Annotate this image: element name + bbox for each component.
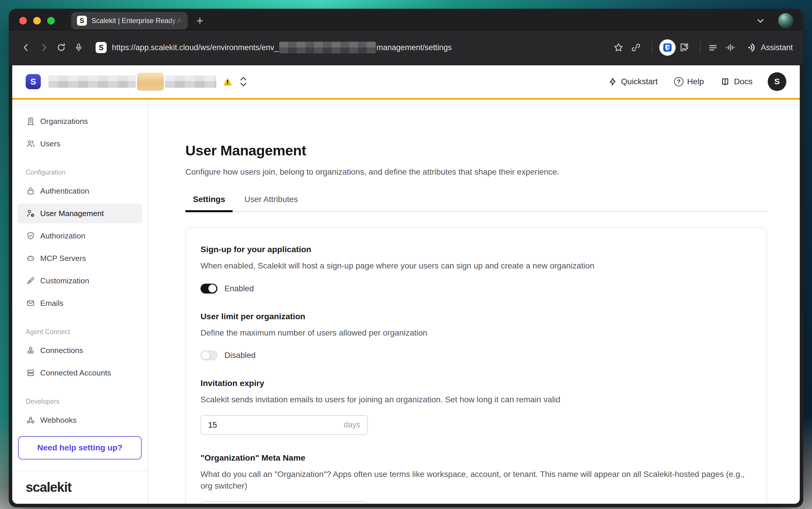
bookmark-star-icon[interactable] [611,40,626,55]
sidebar-item-label: MCP Servers [40,254,86,263]
sidebar-item-webhooks[interactable]: Webhooks [17,410,142,430]
sidebar-item-connected-accounts[interactable]: Connected Accounts [17,363,142,383]
toolbar-separator [652,41,652,54]
sidebar-item-organizations[interactable]: Organizations [17,111,142,131]
section-signup: Sign-up for your application When enable… [201,245,752,294]
section-description: What do you call an "Organization"? Apps… [201,469,752,492]
sidebar-item-label: Emails [40,299,64,308]
url-prefix: https://app.scalekit.cloud/ws/environmen… [112,43,279,52]
sidebar-item-authentication[interactable]: Authentication [17,181,142,201]
section-user-limit: User limit per organization Define the m… [201,312,752,361]
tab-bar: Settings User Attributes [185,195,767,212]
environment-name-redacted [165,75,216,88]
site-favicon: S [96,42,107,53]
section-description: Define the maximum number of users allow… [201,327,752,339]
tab-favicon: S [77,16,87,26]
cubes-icon [26,345,36,355]
url-suffix: management/settings [377,43,452,52]
server-stack-icon [26,368,36,378]
bitwarden-extension-icon[interactable] [659,39,676,56]
close-window-button[interactable] [19,17,27,25]
sidebar-group-developers: Developers [26,398,143,406]
extensions-puzzle-icon[interactable] [677,40,691,55]
section-org-meta-name: "Organization" Meta Name What do you cal… [201,453,752,504]
sidebar-item-label: User Management [40,209,104,218]
workspace-switcher-chevrons[interactable] [239,76,248,88]
browser-tab-bar: S Scalekit | Enterprise Ready A + [9,9,803,30]
section-description: Scalekit sends invitation emails to user… [201,394,752,406]
sidebar-item-emails[interactable]: Emails [17,293,142,313]
settings-card: Sign-up for your application When enable… [185,227,767,504]
sidebar-item-connections[interactable]: Connections [17,340,142,360]
section-title: Sign-up for your application [201,245,752,254]
minimize-window-button[interactable] [33,17,41,25]
paintbrush-icon [26,276,36,286]
toolbar-separator [700,41,701,54]
webhook-icon [26,415,36,425]
app-header: S Quickstart ? [12,65,800,100]
main-content: User Management Configure how users join… [148,100,800,504]
desktop-wallpaper: S Scalekit | Enterprise Ready A + [0,0,812,509]
sidebar-item-label: Connections [40,346,83,355]
warning-triangle-icon [222,76,233,87]
tab-title-fade [167,12,188,29]
sidebar-item-customization[interactable]: Customization [17,271,142,291]
invitation-expiry-input[interactable] [208,420,344,430]
url-address[interactable]: https://app.scalekit.cloud/ws/environmen… [112,42,452,53]
sidebar-group-agent-connect: Agent Connect [26,328,143,336]
environment-badge-redacted [137,73,164,91]
voice-waveform-icon[interactable] [723,40,737,55]
browser-profile-avatar[interactable] [778,13,793,28]
browser-window: S Scalekit | Enterprise Ready A + [9,9,803,507]
sidebar-item-label: Authorization [40,232,85,240]
help-label: Help [687,77,704,86]
lock-icon [26,186,36,196]
user-limit-toggle[interactable] [201,350,217,360]
sidebar-item-label: Webhooks [40,416,77,425]
docs-label: Docs [734,77,752,86]
workspace-switcher[interactable] [48,73,216,91]
lightning-icon [608,77,617,86]
scalekit-wordmark: scalekit [26,480,71,495]
reload-icon[interactable] [54,40,68,55]
shield-check-icon [26,231,36,241]
sidebar-item-user-management[interactable]: User Management [17,203,142,223]
browser-tab[interactable]: S Scalekit | Enterprise Ready A [71,12,188,29]
user-gear-icon [26,208,36,218]
forward-icon[interactable] [37,40,51,55]
sidebar-item-users[interactable]: Users [17,134,142,154]
section-title: User limit per organization [201,312,752,321]
tab-settings[interactable]: Settings [185,195,233,211]
microphone-icon[interactable] [72,40,86,55]
users-icon [26,139,36,149]
need-help-button[interactable]: Need help setting up? [18,436,142,460]
assistant-button[interactable]: Assistant [745,42,793,53]
robot-icon [26,253,36,263]
section-title: Invitation expiry [201,378,752,388]
back-icon[interactable] [19,40,33,55]
quickstart-link[interactable]: Quickstart [608,77,658,86]
sidebar-item-mcp-servers[interactable]: MCP Servers [17,248,142,268]
docs-link[interactable]: Docs [720,77,752,87]
new-tab-button[interactable]: + [197,15,203,27]
assistant-label: Assistant [761,43,793,52]
copy-link-icon[interactable] [629,40,643,55]
zoom-window-button[interactable] [47,17,55,25]
envelope-icon [26,298,36,308]
tab-user-attributes[interactable]: User Attributes [237,195,306,211]
sidebar-item-label: Customization [40,276,89,285]
sidebar-item-label: Organizations [40,117,88,126]
help-link[interactable]: ? Help [674,77,704,86]
section-invitation-expiry: Invitation expiry Scalekit sends invitat… [201,378,752,435]
workspace-name-redacted [48,75,136,88]
signup-toggle[interactable] [201,284,217,294]
assistant-icon [745,42,756,53]
chevron-down-icon[interactable] [755,16,765,26]
sidebar-item-authorization[interactable]: Authorization [17,226,142,246]
reading-list-icon[interactable] [706,40,720,55]
url-redacted-segment [279,42,376,53]
building-icon [26,116,36,126]
user-avatar[interactable]: S [768,72,786,91]
org-meta-name-field [201,501,368,504]
sidebar-group-configuration: Configuration [26,169,143,176]
